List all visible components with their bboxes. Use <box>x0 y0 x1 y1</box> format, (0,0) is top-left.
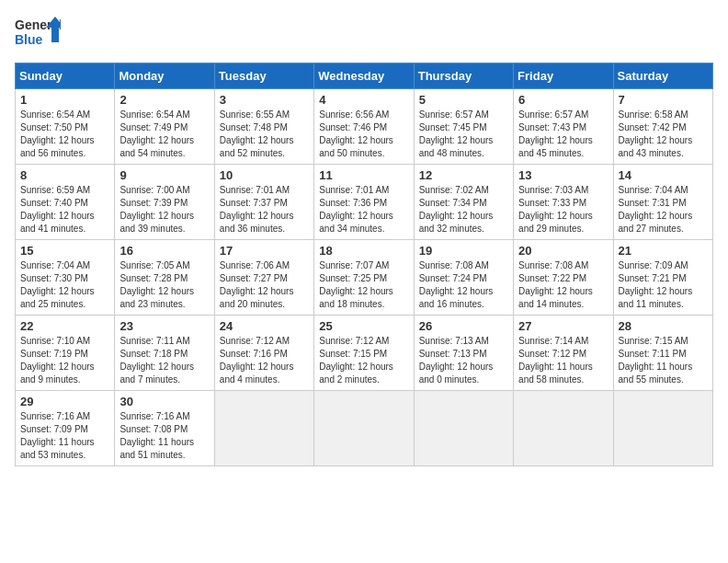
weekday-header-wednesday: Wednesday <box>314 63 414 89</box>
calendar-cell <box>214 391 313 466</box>
day-info: Sunrise: 7:08 AMSunset: 7:22 PMDaylight:… <box>518 259 608 311</box>
calendar-cell <box>414 391 513 466</box>
calendar-cell: 3Sunrise: 6:55 AMSunset: 7:48 PMDaylight… <box>214 89 313 165</box>
calendar-cell: 17Sunrise: 7:06 AMSunset: 7:27 PMDayligh… <box>214 240 313 316</box>
day-number: 11 <box>319 168 408 182</box>
day-info: Sunrise: 7:16 AMSunset: 7:08 PMDaylight:… <box>119 410 209 462</box>
calendar-cell: 5Sunrise: 6:57 AMSunset: 7:45 PMDaylight… <box>414 89 513 165</box>
day-info: Sunrise: 7:12 AMSunset: 7:16 PMDaylight:… <box>220 335 309 386</box>
day-info: Sunrise: 7:15 AMSunset: 7:11 PMDaylight:… <box>619 335 708 386</box>
day-number: 16 <box>119 244 209 258</box>
day-number: 24 <box>220 319 309 333</box>
calendar-cell: 19Sunrise: 7:08 AMSunset: 7:24 PMDayligh… <box>414 240 513 316</box>
day-info: Sunrise: 6:57 AMSunset: 7:43 PMDaylight:… <box>518 109 608 160</box>
calendar-week-row: 29Sunrise: 7:16 AMSunset: 7:09 PMDayligh… <box>16 391 713 466</box>
weekday-header-sunday: Sunday <box>16 63 115 89</box>
calendar-cell: 23Sunrise: 7:11 AMSunset: 7:18 PMDayligh… <box>115 316 214 391</box>
day-number: 15 <box>20 244 109 258</box>
page-header: General Blue <box>15 15 713 52</box>
day-number: 23 <box>119 319 209 333</box>
day-number: 12 <box>419 168 508 182</box>
calendar-cell: 25Sunrise: 7:12 AMSunset: 7:15 PMDayligh… <box>314 316 414 391</box>
day-info: Sunrise: 7:02 AMSunset: 7:34 PMDaylight:… <box>419 184 508 236</box>
day-info: Sunrise: 7:06 AMSunset: 7:27 PMDaylight:… <box>220 259 309 311</box>
calendar-cell: 11Sunrise: 7:01 AMSunset: 7:36 PMDayligh… <box>314 165 414 240</box>
day-info: Sunrise: 6:57 AMSunset: 7:45 PMDaylight:… <box>419 109 508 160</box>
calendar-cell: 18Sunrise: 7:07 AMSunset: 7:25 PMDayligh… <box>314 240 414 316</box>
day-number: 22 <box>20 319 109 333</box>
day-number: 7 <box>619 93 708 107</box>
calendar-cell: 26Sunrise: 7:13 AMSunset: 7:13 PMDayligh… <box>414 316 513 391</box>
day-number: 8 <box>20 168 109 182</box>
calendar-week-row: 22Sunrise: 7:10 AMSunset: 7:19 PMDayligh… <box>16 316 713 391</box>
day-info: Sunrise: 7:04 AMSunset: 7:31 PMDaylight:… <box>619 184 708 236</box>
day-number: 27 <box>518 319 608 333</box>
day-number: 20 <box>518 244 608 258</box>
day-info: Sunrise: 7:13 AMSunset: 7:13 PMDaylight:… <box>419 335 508 386</box>
day-info: Sunrise: 7:08 AMSunset: 7:24 PMDaylight:… <box>419 259 508 311</box>
day-number: 19 <box>419 244 508 258</box>
day-number: 30 <box>119 395 209 408</box>
day-info: Sunrise: 6:58 AMSunset: 7:42 PMDaylight:… <box>619 109 708 160</box>
day-number: 26 <box>419 319 508 333</box>
calendar-cell: 24Sunrise: 7:12 AMSunset: 7:16 PMDayligh… <box>214 316 313 391</box>
calendar-cell: 13Sunrise: 7:03 AMSunset: 7:33 PMDayligh… <box>514 165 613 240</box>
calendar-cell <box>514 391 613 466</box>
day-info: Sunrise: 7:10 AMSunset: 7:19 PMDaylight:… <box>20 335 109 386</box>
calendar-week-row: 1Sunrise: 6:54 AMSunset: 7:50 PMDaylight… <box>16 89 713 165</box>
svg-text:Blue: Blue <box>15 32 43 47</box>
day-info: Sunrise: 7:05 AMSunset: 7:28 PMDaylight:… <box>119 259 209 311</box>
day-info: Sunrise: 7:14 AMSunset: 7:12 PMDaylight:… <box>518 335 608 386</box>
calendar-cell: 14Sunrise: 7:04 AMSunset: 7:31 PMDayligh… <box>613 165 712 240</box>
calendar-cell: 10Sunrise: 7:01 AMSunset: 7:37 PMDayligh… <box>214 165 313 240</box>
day-info: Sunrise: 7:00 AMSunset: 7:39 PMDaylight:… <box>119 184 209 236</box>
day-info: Sunrise: 6:59 AMSunset: 7:40 PMDaylight:… <box>20 184 109 236</box>
calendar-cell: 21Sunrise: 7:09 AMSunset: 7:21 PMDayligh… <box>613 240 712 316</box>
calendar-table: SundayMondayTuesdayWednesdayThursdayFrid… <box>15 63 713 466</box>
day-number: 3 <box>220 93 309 107</box>
calendar-cell: 16Sunrise: 7:05 AMSunset: 7:28 PMDayligh… <box>115 240 214 316</box>
calendar-cell <box>314 391 414 466</box>
day-number: 21 <box>619 244 708 258</box>
day-info: Sunrise: 7:01 AMSunset: 7:36 PMDaylight:… <box>319 184 408 236</box>
weekday-header-monday: Monday <box>115 63 214 89</box>
day-number: 10 <box>220 168 309 182</box>
day-info: Sunrise: 7:16 AMSunset: 7:09 PMDaylight:… <box>20 410 109 462</box>
calendar-cell: 22Sunrise: 7:10 AMSunset: 7:19 PMDayligh… <box>16 316 115 391</box>
day-number: 1 <box>20 93 109 107</box>
day-info: Sunrise: 6:54 AMSunset: 7:50 PMDaylight:… <box>20 109 109 160</box>
weekday-header-tuesday: Tuesday <box>214 63 313 89</box>
logo: General Blue <box>15 15 61 52</box>
day-info: Sunrise: 6:54 AMSunset: 7:49 PMDaylight:… <box>119 109 209 160</box>
day-number: 17 <box>220 244 309 258</box>
calendar-cell: 9Sunrise: 7:00 AMSunset: 7:39 PMDaylight… <box>115 165 214 240</box>
day-info: Sunrise: 7:01 AMSunset: 7:37 PMDaylight:… <box>220 184 309 236</box>
calendar-cell: 20Sunrise: 7:08 AMSunset: 7:22 PMDayligh… <box>514 240 613 316</box>
calendar-cell: 4Sunrise: 6:56 AMSunset: 7:46 PMDaylight… <box>314 89 414 165</box>
calendar-cell: 30Sunrise: 7:16 AMSunset: 7:08 PMDayligh… <box>115 391 214 466</box>
weekday-header-saturday: Saturday <box>613 63 712 89</box>
weekday-header-friday: Friday <box>514 63 613 89</box>
day-info: Sunrise: 7:11 AMSunset: 7:18 PMDaylight:… <box>119 335 209 386</box>
calendar-cell: 8Sunrise: 6:59 AMSunset: 7:40 PMDaylight… <box>16 165 115 240</box>
day-info: Sunrise: 6:56 AMSunset: 7:46 PMDaylight:… <box>319 109 408 160</box>
day-info: Sunrise: 7:03 AMSunset: 7:33 PMDaylight:… <box>518 184 608 236</box>
day-number: 5 <box>419 93 508 107</box>
day-number: 18 <box>319 244 408 258</box>
day-number: 13 <box>518 168 608 182</box>
calendar-cell: 28Sunrise: 7:15 AMSunset: 7:11 PMDayligh… <box>613 316 712 391</box>
calendar-cell: 2Sunrise: 6:54 AMSunset: 7:49 PMDaylight… <box>115 89 214 165</box>
day-info: Sunrise: 7:09 AMSunset: 7:21 PMDaylight:… <box>619 259 708 311</box>
day-number: 2 <box>119 93 209 107</box>
calendar-cell: 27Sunrise: 7:14 AMSunset: 7:12 PMDayligh… <box>514 316 613 391</box>
calendar-cell: 1Sunrise: 6:54 AMSunset: 7:50 PMDaylight… <box>16 89 115 165</box>
logo-svg: General Blue <box>15 15 61 52</box>
day-number: 14 <box>619 168 708 182</box>
calendar-cell: 6Sunrise: 6:57 AMSunset: 7:43 PMDaylight… <box>514 89 613 165</box>
calendar-cell: 12Sunrise: 7:02 AMSunset: 7:34 PMDayligh… <box>414 165 513 240</box>
calendar-cell: 29Sunrise: 7:16 AMSunset: 7:09 PMDayligh… <box>16 391 115 466</box>
weekday-header-row: SundayMondayTuesdayWednesdayThursdayFrid… <box>16 63 713 89</box>
day-number: 25 <box>319 319 408 333</box>
day-info: Sunrise: 7:04 AMSunset: 7:30 PMDaylight:… <box>20 259 109 311</box>
calendar-week-row: 15Sunrise: 7:04 AMSunset: 7:30 PMDayligh… <box>16 240 713 316</box>
